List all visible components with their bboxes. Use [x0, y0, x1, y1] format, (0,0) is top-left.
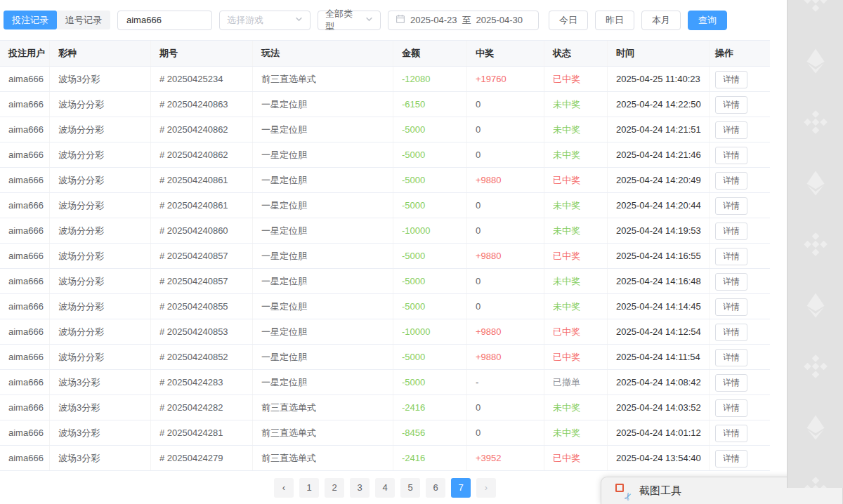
binance-icon [802, 352, 830, 380]
cell-amount: -5000 [393, 117, 467, 142]
page-button-4[interactable]: 4 [375, 478, 395, 498]
username-input[interactable] [126, 15, 203, 25]
cell-status: 已撤单 [544, 370, 608, 394]
detail-button[interactable]: 详情 [715, 121, 747, 139]
cell-win: 0 [467, 142, 544, 167]
page-button-5[interactable]: 5 [400, 478, 420, 498]
cell-play: 一星定位胆 [253, 294, 393, 319]
cell-status: 未中奖 [544, 117, 608, 142]
cell-amount: -5000 [393, 193, 467, 218]
detail-button[interactable]: 详情 [715, 273, 747, 291]
tab-bet-records[interactable]: 投注记录 [4, 11, 57, 29]
cell-lottery: 波场分分彩 [50, 218, 151, 243]
cell-actions: 详情 [710, 269, 770, 293]
cell-status: 未中奖 [544, 218, 608, 243]
cell-user: aima666 [0, 67, 50, 91]
detail-button[interactable]: 详情 [715, 450, 747, 467]
column-header-5: 中奖 [467, 41, 544, 66]
cell-time: 2025-04-24 14:21:46 [608, 142, 710, 167]
detail-button[interactable]: 详情 [715, 248, 747, 265]
cell-user: aima666 [0, 319, 50, 344]
detail-button[interactable]: 详情 [715, 172, 747, 190]
cell-win: 0 [467, 92, 544, 117]
date-end[interactable]: 2025-04-30 [476, 15, 523, 25]
today-button[interactable]: 今日 [549, 11, 588, 30]
cell-amount: -10000 [393, 319, 467, 344]
next-page-button[interactable]: › [476, 478, 496, 498]
column-header-8: 操作 [710, 41, 770, 66]
detail-button[interactable]: 详情 [715, 349, 747, 366]
type-select-value: 全部类型 [325, 8, 361, 33]
cell-issue: # 202504240861 [151, 193, 253, 218]
cell-amount: -5000 [393, 168, 467, 192]
table-row: aima666波场分分彩# 202504240857一星定位胆-5000+988… [0, 244, 770, 269]
cell-play: 一星定位胆 [253, 117, 393, 142]
cell-play: 一星定位胆 [253, 218, 393, 243]
prev-page-button[interactable]: ‹ [274, 478, 294, 498]
cell-user: aima666 [0, 446, 50, 470]
cell-play: 前三直选单式 [253, 67, 393, 91]
cell-play: 前三直选单式 [253, 446, 393, 470]
page-button-7[interactable]: 7 [451, 478, 471, 498]
cell-win: +19760 [467, 67, 544, 91]
bet-records-table: 投注用户彩种期号玩法金额中奖状态时间操作 aima666波场3分彩# 20250… [0, 40, 770, 471]
ethereum-icon [802, 169, 830, 197]
yesterday-button[interactable]: 昨日 [595, 11, 634, 30]
table-row: aima666波场分分彩# 202504240862一星定位胆-50000未中奖… [0, 117, 770, 142]
detail-button[interactable]: 详情 [715, 197, 747, 215]
this-month-button[interactable]: 本月 [641, 11, 681, 30]
detail-button[interactable]: 详情 [715, 147, 747, 164]
cell-time: 2025-04-25 11:40:23 [608, 67, 710, 91]
date-start[interactable]: 2025-04-23 [410, 15, 457, 25]
tab-chase-records[interactable]: 追号记录 [57, 11, 110, 29]
cell-time: 2025-04-24 13:54:40 [608, 446, 710, 470]
column-header-2: 期号 [151, 41, 253, 66]
cell-issue: # 202504240857 [151, 244, 253, 268]
main-content: 投注记录 追号记录 选择游戏 全部类型 [0, 0, 783, 504]
cell-user: aima666 [0, 395, 50, 420]
ethereum-icon [802, 47, 830, 75]
detail-button[interactable]: 详情 [715, 374, 747, 392]
cell-actions: 详情 [710, 67, 770, 91]
detail-button[interactable]: 详情 [715, 324, 747, 341]
page-button-6[interactable]: 6 [426, 478, 445, 498]
date-range-picker[interactable]: 2025-04-23 至 2025-04-30 [388, 11, 539, 30]
detail-button[interactable]: 详情 [715, 399, 747, 417]
cell-amount: -5000 [393, 244, 467, 268]
cell-actions: 详情 [710, 193, 770, 218]
cell-time: 2025-04-24 14:11:54 [608, 345, 710, 369]
detail-button[interactable]: 详情 [715, 425, 747, 442]
cell-lottery: 波场分分彩 [50, 193, 151, 218]
cell-lottery: 波场分分彩 [50, 244, 151, 268]
cell-play: 前三直选单式 [253, 420, 393, 445]
cell-actions: 详情 [710, 168, 770, 192]
ethereum-icon [802, 291, 830, 319]
page-button-3[interactable]: 3 [350, 478, 370, 498]
cell-actions: 详情 [710, 92, 770, 117]
cell-amount: -5000 [393, 294, 467, 319]
page-button-1[interactable]: 1 [299, 478, 319, 498]
table-row: aima666波场分分彩# 202504240855一星定位胆-50000未中奖… [0, 294, 770, 319]
table-row: aima666波场3分彩# 20250424279前三直选单式-2416+395… [0, 446, 770, 471]
detail-button[interactable]: 详情 [715, 298, 747, 316]
detail-button[interactable]: 详情 [715, 71, 747, 88]
page-button-2[interactable]: 2 [325, 478, 344, 498]
query-button[interactable]: 查询 [688, 11, 727, 30]
cell-lottery: 波场分分彩 [50, 142, 151, 167]
record-tabs: 投注记录 追号记录 [4, 11, 110, 29]
type-select[interactable]: 全部类型 [318, 11, 381, 30]
cell-lottery: 波场分分彩 [50, 168, 151, 192]
cell-actions: 详情 [710, 218, 770, 243]
column-header-4: 金额 [393, 41, 467, 66]
detail-button[interactable]: 详情 [715, 223, 747, 240]
cell-time: 2025-04-24 14:12:54 [608, 319, 710, 344]
table-row: aima666波场分分彩# 202504240861一星定位胆-5000+988… [0, 168, 770, 193]
cell-lottery: 波场3分彩 [50, 420, 151, 445]
cell-play: 一星定位胆 [253, 142, 393, 167]
cell-user: aima666 [0, 92, 50, 117]
cell-play: 一星定位胆 [253, 193, 393, 218]
detail-button[interactable]: 详情 [715, 96, 747, 114]
cell-issue: # 202504240861 [151, 168, 253, 192]
game-select[interactable]: 选择游戏 [219, 11, 311, 30]
game-select-placeholder: 选择游戏 [227, 14, 263, 27]
